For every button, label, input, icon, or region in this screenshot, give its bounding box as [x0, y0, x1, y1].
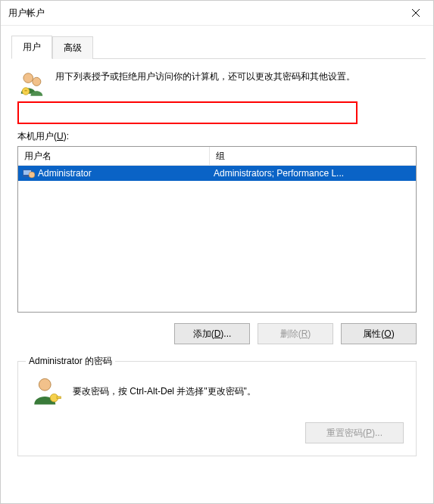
password-groupbox: Administrator 的密码 要改密码，按 Ctrl-Alt-Del 并选… [17, 361, 417, 456]
reset-password-button: 重置密码(P)... [305, 422, 404, 443]
svg-point-8 [29, 172, 35, 178]
column-group[interactable]: 组 [210, 147, 416, 165]
users-icon [17, 70, 46, 98]
add-button[interactable]: 添加(D)... [174, 323, 250, 344]
intro-text: 用下列表授予或拒绝用户访问你的计算机，还可以更改其密码和其他设置。 [55, 70, 355, 84]
properties-button[interactable]: 属性(O) [341, 323, 417, 344]
svg-point-3 [33, 77, 41, 86]
user-key-icon [30, 375, 62, 407]
password-row: 要改密码，按 Ctrl-Alt-Del 并选择"更改密码"。 [30, 375, 404, 407]
close-button[interactable] [398, 1, 433, 25]
password-text: 要改密码，按 Ctrl-Alt-Del 并选择"更改密码"。 [73, 385, 256, 398]
users-listview[interactable]: 用户名 组 Administrator Administrators; Perf… [17, 146, 417, 313]
titlebar: 用户帐户 [1, 1, 433, 26]
intro-row: 用下列表授予或拒绝用户访问你的计算机，还可以更改其密码和其他设置。 [17, 70, 417, 98]
svg-rect-5 [25, 90, 27, 92]
list-buttons: 添加(D)... 删除(R) 属性(O) [17, 323, 417, 344]
highlight-box [17, 101, 358, 124]
column-username[interactable]: 用户名 [18, 147, 210, 165]
password-legend: Administrator 的密码 [26, 355, 115, 368]
cell-username: Administrator [18, 167, 209, 179]
users-list-label: 本机用户(U): [17, 130, 417, 143]
listview-header: 用户名 组 [18, 147, 416, 166]
svg-point-2 [23, 73, 33, 83]
tab-strip: 用户 高级 [11, 35, 426, 59]
svg-rect-11 [57, 397, 61, 399]
reset-row: 重置密码(P)... [30, 422, 404, 443]
tab-advanced[interactable]: 高级 [52, 36, 93, 59]
tab-content: 用下列表授予或拒绝用户访问你的计算机，还可以更改其密码和其他设置。 本机用户(U… [1, 59, 433, 456]
cell-group: Administrators; Performance L... [209, 168, 416, 179]
user-row-icon [23, 167, 35, 179]
list-row[interactable]: Administrator Administrators; Performanc… [18, 166, 416, 181]
user-accounts-window: 用户帐户 用户 高级 用下列表授予或拒绝用户访问你的计算机，还可以更改其密码和其… [0, 0, 434, 504]
close-icon [412, 9, 420, 17]
svg-point-9 [39, 378, 51, 390]
tab-users[interactable]: 用户 [11, 36, 52, 59]
window-title: 用户帐户 [8, 7, 45, 20]
remove-button: 删除(R) [258, 323, 333, 344]
